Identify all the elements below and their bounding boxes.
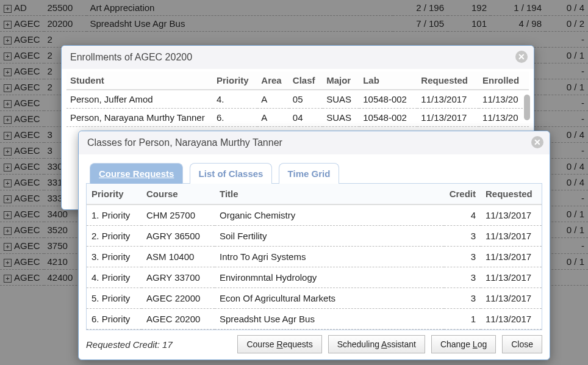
close-button[interactable]: Close	[502, 335, 542, 353]
scrollbar-thumb[interactable]	[524, 95, 530, 120]
dialog-footer: Requested Credit: 17 Course Requests Sch…	[86, 335, 542, 353]
table-row[interactable]: 1. PriorityCHM 25700Organic Chemistry411…	[87, 204, 542, 226]
col-area[interactable]: Area	[257, 71, 289, 90]
col-credit[interactable]: Credit	[444, 184, 481, 204]
col-course[interactable]: Course	[142, 184, 215, 204]
classes-dialog: Classes for Person, Narayana Murthy Tann…	[78, 131, 550, 360]
col-priority[interactable]: Priority	[87, 184, 142, 204]
enrollments-dialog-title: Enrollments of AGEC 20200	[70, 52, 192, 62]
scheduling-assistant-button[interactable]: Scheduling Assistant	[328, 335, 425, 353]
requested-credit-label: Requested Credit: 17	[86, 339, 173, 350]
change-log-button[interactable]: Change Log	[431, 335, 496, 353]
col-enrolled[interactable]: Enrolled	[479, 71, 529, 90]
enrollments-dialog-title-bar[interactable]: Enrollments of AGEC 20200 ✕	[62, 46, 534, 69]
col-requested[interactable]: Requested	[417, 71, 479, 90]
tab-course-requests[interactable]: Course Requests	[90, 163, 183, 184]
table-row[interactable]: 5. PriorityAGEC 22000Econ Of Agricultura…	[87, 288, 542, 309]
col-major[interactable]: Major	[323, 71, 359, 90]
col-requested[interactable]: Requested	[481, 184, 542, 204]
classes-dialog-title-bar[interactable]: Classes for Person, Narayana Murthy Tann…	[79, 131, 550, 154]
col-student[interactable]: Student	[66, 71, 213, 90]
col-clasf[interactable]: Clasf	[289, 71, 323, 90]
tab-list-of-classes[interactable]: List of Classes	[190, 163, 273, 184]
col-title[interactable]: Title	[215, 184, 444, 204]
tab-bar: Course Requests List of Classes Time Gri…	[90, 163, 542, 184]
table-row[interactable]: 2. PriorityAGRY 36500Soil Fertility311/1…	[87, 226, 542, 247]
classes-dialog-title: Classes for Person, Narayana Murthy Tann…	[87, 137, 282, 148]
table-row[interactable]: 6. PriorityAGEC 20200Spreadsht Use Agr B…	[87, 309, 542, 330]
table-row[interactable]: 4. PriorityAGRY 33700Environmntal Hydrol…	[87, 267, 542, 288]
close-icon[interactable]: ✕	[531, 136, 543, 148]
col-priority[interactable]: Priority	[213, 71, 257, 90]
table-row[interactable]: Person, Juffer Amod4.A05SUAS10548-00211/…	[66, 90, 529, 109]
table-row[interactable]: 3. PriorityASM 10400Intro To Agri System…	[87, 247, 542, 267]
course-requests-button[interactable]: Course Requests	[237, 335, 321, 353]
col-lab[interactable]: Lab	[359, 71, 417, 90]
tab-time-grid[interactable]: Time Grid	[279, 163, 340, 184]
table-row[interactable]: Person, Narayana Murthy Tanner6.A04SUAS1…	[66, 109, 529, 127]
close-icon[interactable]: ✕	[515, 51, 528, 63]
course-requests-table: Priority Course Title Credit Requested 1…	[87, 184, 542, 330]
enrollments-table: Student Priority Area Clasf Major Lab Re…	[66, 71, 529, 127]
